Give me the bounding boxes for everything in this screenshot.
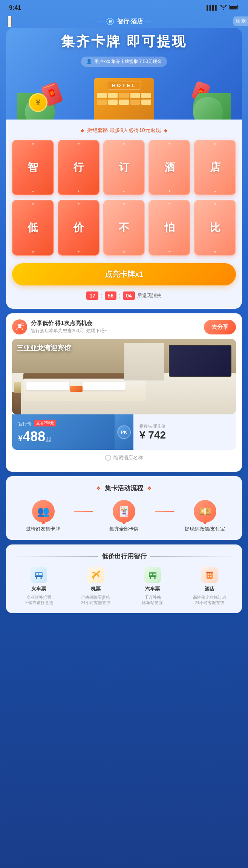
svg-rect-14 [150,574,152,575]
bus-icon [144,567,161,583]
hotel-illustration: 🧧 HOTEL ¥ 🧧 ¥ [14,71,234,120]
price-left: 智行价 立省254元 ¥488起 [12,414,115,450]
flow-step-1: 👥 邀请好友集卡牌 [12,500,74,532]
flow-icon-withdraw: 💴 [194,500,216,523]
hotel-icon [201,567,218,583]
svg-text:+: + [22,324,23,326]
activate-button[interactable]: 点亮卡牌x1 [12,263,236,285]
app-name: 智行·酒店 [117,18,143,26]
flow-steps: 👥 邀请好友集卡牌 🃏 集齐全部卡牌 💴 提现到微信/支付宝 [12,500,236,532]
timer-label: 后返现消失 [137,292,162,299]
svg-rect-10 [35,576,43,577]
timer-colon1: : [101,293,103,299]
share-avatar: + [12,319,27,334]
back-button[interactable]: ‹ [8,16,12,27]
low-price-title: 低价出行用智行 [102,552,147,561]
flow-step-label-1: 邀请好友集卡牌 [26,526,60,532]
card-tile-8[interactable]: ★ 怕 ★ [148,200,190,256]
share-info: + 分享低价 得1次点亮机会 智行酒店本单为您省260元, 炫耀下吧~ [12,319,107,334]
card-tile-7[interactable]: ★ 不 ★ [103,200,145,256]
price-compare-amount: ¥ 742 [139,429,230,441]
svg-point-18 [154,577,156,579]
flow-icon-invite: 👥 [32,500,55,523]
hotel-windows [94,90,154,108]
header: ‹ · · · 智 智行·酒店 · · · 规 则 [0,14,248,28]
header-deco-left: · · · [96,19,103,24]
card-tile-0[interactable]: ★ 智 ★ [12,140,54,196]
rules-button[interactable]: 规 则 [233,17,248,26]
flow-step-label-3: 提现到微信/支付宝 [185,526,225,532]
tagline-text: 拒绝套路 最多9人必得10元返现 [87,127,161,134]
card-tile-6[interactable]: ★ 价 ★ [58,200,100,256]
share-header: + 分享低价 得1次点亮机会 智行酒店本单为您省260元, 炫耀下吧~ 去分享 [12,319,236,334]
flow-step-3: 💴 提现到微信/支付宝 [174,500,236,532]
activity-title: 集卡活动流程 [105,484,143,492]
train-icon [31,567,47,583]
price-from: 起 [46,436,51,442]
bottom-safe [0,618,248,625]
hotel-image-container: 三亚亚龙湾迎宾馆 智行价 立省254元 ¥488起 PK 携程/去哪儿价 ¥ 7… [12,339,236,450]
card-tile-4[interactable]: ★ 店 ★ [194,140,236,196]
hide-hotel-label: 隐藏酒店名称 [113,454,143,461]
card-tile-9[interactable]: ★ 比 ★ [194,200,236,256]
activity-section: ❖ 集卡活动流程 ❖ 👥 邀请好友集卡牌 🃏 集齐全部卡牌 [6,476,242,540]
lp-deco-line-left [12,556,98,557]
hotel-name-overlay: 三亚亚龙湾迎宾馆 [17,344,71,353]
service-flight[interactable]: 机票 价格保障买贵赔24小时客服在线 [69,567,122,606]
status-time: 9:41 [9,5,21,11]
service-train-name: 火车票 [31,586,46,592]
price-badge: 立省254元 [34,420,56,426]
svg-point-11 [36,577,37,579]
card-tile-1[interactable]: ★ 行 ★ [58,140,100,196]
svg-text:智: 智 [108,20,112,24]
hero-title: 集齐卡牌 即可提现 [14,34,234,49]
low-price-title-row: 低价出行用智行 [12,552,236,561]
card-tile-2[interactable]: ★ 订 ★ [103,140,145,196]
service-flight-name: 机票 [91,586,101,592]
battery-icon [229,5,239,11]
card-tile-5[interactable]: ★ 低 ★ [12,200,54,256]
svg-rect-22 [208,576,209,577]
share-title: 分享低价 得1次点亮机会 [31,320,107,327]
service-bus-name: 汽车票 [145,586,160,592]
svg-point-4 [18,324,21,327]
hide-hotel-toggle[interactable] [105,455,111,461]
header-deco-right: · · · [145,19,152,24]
share-button[interactable]: 去分享 [204,320,236,334]
svg-point-12 [40,577,42,579]
flow-connector-1 [74,511,93,512]
service-bus[interactable]: 汽车票 千万补贴比车站便宜 [126,567,179,606]
wifi-icon [220,5,227,11]
user-notice-text: 用户xxx 集齐卡牌提取了50元现金 [94,58,162,65]
svg-rect-21 [210,574,211,575]
flow-dot-1 [42,521,45,524]
service-flight-desc: 价格保障买贵赔24小时客服在线 [81,595,110,606]
tagline-row: ◆ 拒绝套路 最多9人必得10元返现 ◆ [12,127,236,134]
activity-deco-right: ❖ [147,485,152,491]
status-bar: 9:41 ▌▌▌▌ [0,0,248,14]
svg-rect-9 [39,573,42,575]
svg-rect-24 [206,572,213,573]
price-amount: ¥488起 [18,429,109,445]
flow-dot-2 [122,521,126,524]
price-label: 智行价 [18,421,32,427]
activity-deco-left: ❖ [96,485,101,491]
svg-point-17 [150,577,151,579]
card-tile-3[interactable]: ★ 酒 ★ [148,140,190,196]
service-bus-desc: 千万补贴比车站便宜 [142,595,163,606]
service-hotel[interactable]: 酒店 高性价比省钱订房24小时客服在线 [183,567,236,606]
status-icons: ▌▌▌▌ [207,5,239,11]
share-text-block: 分享低价 得1次点亮机会 智行酒店本单为您省260元, 炫耀下吧~ [31,320,107,334]
timer-seconds: 04 [123,291,135,300]
hide-hotel-row: 隐藏酒店名称 [12,450,236,466]
main-card: ◆ 拒绝套路 最多9人必得10元返现 ◆ ★ 智 ★ ★ 行 ★ ★ 订 ★ ★… [6,120,242,309]
share-subtitle: 智行酒店本单为您省260元, 炫耀下吧~ [31,328,107,334]
hotel-building: HOTEL [94,78,154,120]
price-right: 携程/去哪儿价 ¥ 742 [133,414,236,450]
hotel-image: 三亚亚龙湾迎宾馆 [12,339,236,414]
hotel-label: HOTEL [107,81,141,90]
svg-rect-1 [230,6,237,9]
service-train[interactable]: 火车票 专业候补抢票下铺靠窗任意选 [12,567,65,606]
flow-dot-3 [204,521,207,524]
tagline-diamond-left: ◆ [81,128,84,133]
